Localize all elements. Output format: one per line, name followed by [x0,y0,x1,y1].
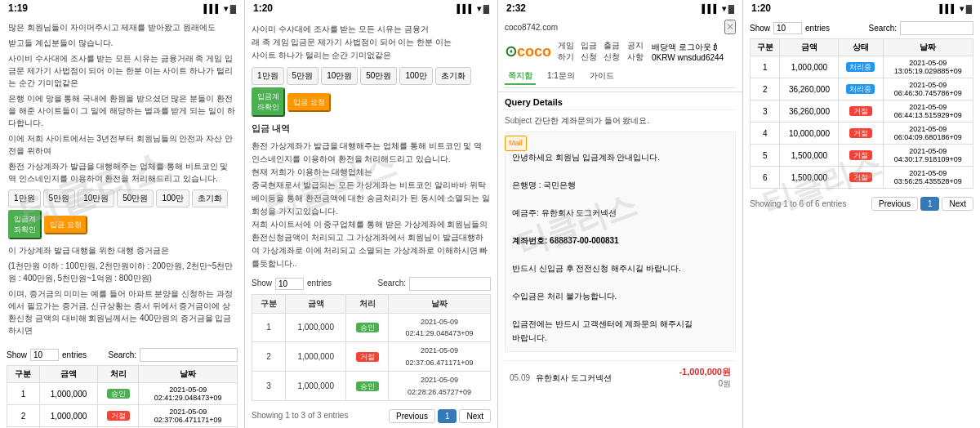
status-badge: 거절 [107,411,130,421]
btn-초기화[interactable]: 초기화 [192,189,228,207]
tab-1대1문의[interactable]: 1:1문의 [544,69,578,85]
coco-header: coco8742.com ✕ ⊙coco 게임하기 입금신청 출금신청 공지사항… [498,16,742,92]
search-label-1: Search: [109,350,136,359]
text-line: 사이트 하나가 털리는 순간 기미없같은 [252,49,491,62]
btn-50만원[interactable]: 50만원 [117,189,154,207]
cell-status: 승인 [98,383,139,405]
status-icons-2: ▌▌▌ ▾ ▓ [457,4,489,13]
cell-amount: 1,000,000 [286,313,346,342]
query-body-text: 안녕하세요 회원님 입금계좌 안내입니다. 은행명 : 국민은행 예금주: 유한… [512,150,728,345]
cell-num: 3 [751,100,780,123]
signal-icon-4: ▌▌▌ [939,4,956,13]
cell-amount: 1,000,000 [39,405,97,427]
page-4-button[interactable]: 1 [920,197,940,211]
query-line: 계좌번호: 688837-00-000831 [512,234,728,247]
cell-status: 거절 [98,405,139,427]
btn-1만원[interactable]: 1만원 [8,189,41,207]
cell-num: 2 [751,78,780,100]
page-2-button[interactable]: 1 [438,409,457,423]
wifi-icon-2: ▾ [477,4,481,13]
btn-100만[interactable]: 100만 [156,189,189,207]
btn-입금요청[interactable]: 입금 요청 [44,216,87,234]
table-row: 6 1,500,000 거절 2021-05-0903:56:25.435528… [751,167,973,189]
cell-date: 2021-05-0906:46:30.745786+09 [883,78,973,100]
close-button[interactable]: ✕ [724,20,736,34]
prev-button-2[interactable]: Previous [389,409,435,423]
table-row: 1 1,000,000 승인 2021-05-0902:41:29.048473… [252,313,491,342]
cell-status: 처리중 [839,56,883,78]
btn2-10만원[interactable]: 10만원 [321,67,358,85]
wifi-icon-3: ▾ [722,4,726,13]
panel4: 1:20 ▌▌▌ ▾ ▓ Show entries Search: [743,0,980,428]
btn2-초기화[interactable]: 초기화 [435,67,471,85]
btn2-입금계좌확인[interactable]: 입금계좌확인 [252,87,285,117]
search-box-1: Search: [109,348,238,362]
table-2: 구분 금액 처리 날짜 1 1,000,000 승인 2021-05-0902:… [252,294,491,401]
menu-게임하기[interactable]: 게임하기 [558,40,576,63]
panel3: 2:32 ▌▌▌ ▾ ▓ coco8742.com ✕ ⊙coco 게임하기 입… [498,0,743,428]
menu-출금신청[interactable]: 출금신청 [604,40,621,63]
next-button-4[interactable]: Next [942,197,973,211]
text-line: 환전 가상계좌가 발급을 대행해주는 업체를 통해 비트코인 및 역 인스네인지… [252,140,491,166]
pagination-2: Showing 1 to 3 of 3 entries Previous 1 N… [252,406,491,426]
currency-buttons-2: 1만원 5만원 10만원 50만원 100만 초기화 입금계좌확인 입금 요청 [252,67,491,117]
panel2: 1:20 ▌▌▌ ▾ ▓ 사이미 수사대에 조사를 받는 모든 시유는 금융거 … [245,0,498,428]
entries-input-4[interactable] [773,22,802,34]
text-line: 이며, 증거금의 미미는 예를 들어 아파트 분양을 신청하는 과정에서 필요가… [8,288,236,337]
btn2-50만원[interactable]: 50만원 [360,67,397,85]
search-input-2[interactable] [409,277,491,291]
query-line: 안녕하세요 회원님 입금계좌 안내입니다. [512,150,728,164]
menu-입금신청[interactable]: 입금신청 [581,40,599,63]
prev-button-4[interactable]: Previous [871,197,918,211]
btn-5만원[interactable]: 5만원 [43,189,76,207]
cell-num: 2 [252,342,286,372]
time-1: 1:19 [8,2,28,14]
col-처리-1: 처리 [98,366,139,383]
col-처리-2: 처리 [346,294,389,313]
search-input-4[interactable] [900,21,973,35]
btn2-5만원[interactable]: 5만원 [287,67,319,85]
coco-menu: 게임하기 입금신청 출금신청 공지사항 [558,40,645,63]
battery-icon-3: ▓ [728,4,734,13]
status-badge: 처리중 [846,62,875,72]
entries-label-2: entries [307,277,332,290]
entries-input-1[interactable] [30,349,59,361]
coco-title-bar: coco8742.com ✕ [505,20,736,34]
query-line: 바랍니다. [512,331,728,345]
cell-amount: 36,260,000 [780,78,839,100]
coco-balance: 배당액 로그아웃 ₿ 0KRW wnsdud6244 [652,42,736,62]
show-entries-4: Show entries [750,22,830,34]
btn2-1만원[interactable]: 1만원 [252,67,284,85]
btn2-100만[interactable]: 100만 [399,67,433,85]
panel1: 1:19 ▌▌▌ ▾ ▓ 많은 회원님들이 자이머주시고 제재를 받아왔고 원래… [0,0,245,428]
coco-tabs: 쪽지함 1:1문의 가이드 [505,66,736,88]
col-날짜-2: 날짜 [389,294,491,313]
pagination-controls-4: Previous 1 Next [871,197,973,211]
entries-input-2[interactable] [275,278,304,290]
btn-10만원[interactable]: 10만원 [78,189,114,207]
tab-쪽지함[interactable]: 쪽지함 [505,69,536,85]
status-badge: 처리중 [846,84,875,94]
panel1-scroll: 많은 회원님들이 자이머주시고 제재를 받아왔고 원래에도 받고들 계십분들이 … [0,16,244,428]
tab-가이드[interactable]: 가이드 [586,69,617,85]
menu-공지사항[interactable]: 공지사항 [627,40,645,63]
panel1-text: 많은 회원님들이 자이머주시고 제재를 받아왔고 원래에도 받고들 계십분들이 … [0,16,244,345]
btn2-입금요청[interactable]: 입금 요청 [287,93,331,112]
col-날짜-1: 날짜 [139,366,238,383]
cell-date: 2021-05-0902:37:06.471171+09 [389,342,491,372]
coco-url: coco8742.com [505,23,558,32]
show-entries-2: Show entries [252,277,332,291]
cell-amount: 1,500,000 [780,167,839,189]
table-row: 1 1,000,000 승인 2021-05-0902:41:29.048473… [7,383,238,405]
status-bar-3: 2:32 ▌▌▌ ▾ ▓ [498,0,742,16]
table-section-1: Show entries Search: 구분 금액 처리 날짜 [0,348,244,428]
status-badge: 승인 [356,381,379,391]
next-button-2[interactable]: Next [459,409,491,423]
search-input-1[interactable] [140,348,238,362]
cell-status: 승인 [346,372,389,401]
btn-입금계좌확인[interactable]: 입금계좌확인 [8,210,42,239]
bottom-info: 05.09 유한회사 도그커넥션 -1,000,000원 0원 [505,360,736,395]
show-label-2: Show [252,277,272,290]
bottom-balance: 0원 [679,378,731,390]
signal-icon-2: ▌▌▌ [457,4,474,13]
